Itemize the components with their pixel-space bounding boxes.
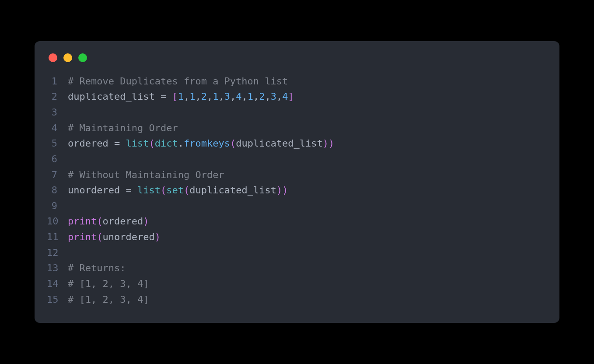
- line-content[interactable]: # Remove Duplicates from a Python list: [68, 74, 288, 89]
- maximize-icon[interactable]: [78, 53, 87, 62]
- code-line[interactable]: 1# Remove Duplicates from a Python list: [47, 74, 547, 89]
- token-bracket: [: [172, 91, 178, 102]
- token-bracket: (: [184, 185, 189, 196]
- line-content[interactable]: print(unordered): [68, 229, 161, 245]
- line-number: 9: [47, 198, 68, 214]
- token-punct: ,: [253, 91, 259, 102]
- token-bracket: ): [143, 216, 149, 227]
- code-line[interactable]: 14# [1, 2, 3, 4]: [47, 276, 547, 292]
- token-punct: ,: [184, 91, 189, 102]
- token-comment: # Without Maintaining Order: [68, 169, 224, 180]
- token-number: 3: [224, 91, 230, 102]
- token-bracket: (: [97, 231, 102, 242]
- token-punct: ,: [218, 91, 224, 102]
- token-bracket: ): [276, 185, 282, 196]
- line-content[interactable]: [68, 151, 73, 167]
- code-line[interactable]: 2duplicated_list = [1,1,2,1,3,4,1,2,3,4]: [47, 89, 547, 105]
- code-line[interactable]: 9: [47, 198, 547, 214]
- code-line[interactable]: 10print(ordered): [47, 214, 547, 229]
- token-bracket: (: [97, 216, 102, 227]
- token-ident: unordered: [102, 231, 154, 242]
- token-ident: unordered: [68, 185, 120, 196]
- line-content[interactable]: # Returns:: [68, 260, 126, 276]
- token-punct: ,: [230, 91, 236, 102]
- token-ident: duplicated_list: [189, 185, 276, 196]
- line-content[interactable]: # [1, 2, 3, 4]: [68, 292, 149, 308]
- token-comment: # [1, 2, 3, 4]: [68, 294, 149, 305]
- window-controls: [49, 53, 547, 62]
- token-punct: .: [178, 138, 184, 149]
- token-number: 2: [259, 91, 265, 102]
- token-bracket: (: [230, 138, 236, 149]
- line-content[interactable]: print(ordered): [68, 214, 149, 229]
- token-op: =: [120, 185, 137, 196]
- line-number: 5: [47, 136, 68, 151]
- line-number: 1: [47, 74, 68, 89]
- minimize-icon[interactable]: [63, 53, 72, 62]
- token-bracket: ): [282, 185, 288, 196]
- token-op: =: [155, 91, 172, 102]
- token-comment: # Maintaining Order: [68, 122, 178, 133]
- code-line[interactable]: 4# Maintaining Order: [47, 120, 547, 136]
- code-line[interactable]: 5ordered = list(dict.fromkeys(duplicated…: [47, 136, 547, 151]
- line-number: 6: [47, 151, 68, 167]
- code-line[interactable]: 3: [47, 105, 547, 120]
- token-bracket: ): [155, 231, 161, 242]
- line-content[interactable]: duplicated_list = [1,1,2,1,3,4,1,2,3,4]: [68, 89, 294, 105]
- token-punct: ,: [207, 91, 213, 102]
- token-number: 1: [213, 91, 218, 102]
- token-bracket: ]: [288, 91, 294, 102]
- token-comment: # [1, 2, 3, 4]: [68, 278, 149, 289]
- token-op: =: [108, 138, 126, 149]
- code-line[interactable]: 8unordered = list(set(duplicated_list)): [47, 182, 547, 198]
- token-builtin: list: [126, 138, 149, 149]
- code-line[interactable]: 13# Returns:: [47, 260, 547, 276]
- token-number: 1: [248, 91, 253, 102]
- line-content[interactable]: ordered = list(dict.fromkeys(duplicated_…: [68, 136, 334, 151]
- token-method: fromkeys: [184, 138, 230, 149]
- token-number: 2: [201, 91, 207, 102]
- token-number: 4: [236, 91, 241, 102]
- line-number: 2: [47, 89, 68, 105]
- code-line[interactable]: 7# Without Maintaining Order: [47, 167, 547, 183]
- line-content[interactable]: # [1, 2, 3, 4]: [68, 276, 149, 292]
- code-line[interactable]: 15# [1, 2, 3, 4]: [47, 292, 547, 308]
- code-line[interactable]: 11print(unordered): [47, 229, 547, 245]
- code-line[interactable]: 6: [47, 151, 547, 167]
- token-number: 1: [189, 91, 195, 102]
- token-punct: ,: [195, 91, 201, 102]
- code-line[interactable]: 12: [47, 245, 547, 261]
- token-print: print: [68, 216, 97, 227]
- line-number: 8: [47, 182, 68, 198]
- close-icon[interactable]: [49, 53, 57, 62]
- line-content[interactable]: # Without Maintaining Order: [68, 167, 224, 183]
- token-ident: ordered: [102, 216, 143, 227]
- line-content[interactable]: [68, 245, 73, 261]
- line-number: 13: [47, 260, 68, 276]
- token-punct: ,: [265, 91, 270, 102]
- token-print: print: [68, 231, 97, 242]
- token-bracket: (: [161, 185, 166, 196]
- token-punct: ,: [276, 91, 282, 102]
- token-comment: # Returns:: [68, 262, 126, 273]
- line-number: 11: [47, 229, 68, 245]
- line-content[interactable]: [68, 198, 73, 214]
- line-number: 7: [47, 167, 68, 183]
- line-number: 10: [47, 214, 68, 229]
- token-builtin: set: [166, 185, 184, 196]
- line-content[interactable]: [68, 105, 73, 120]
- line-content[interactable]: unordered = list(set(duplicated_list)): [68, 182, 288, 198]
- token-number: 1: [178, 91, 184, 102]
- token-punct: ,: [241, 91, 247, 102]
- line-content[interactable]: # Maintaining Order: [68, 120, 178, 136]
- token-bracket: ): [323, 138, 328, 149]
- token-ident: ordered: [68, 138, 108, 149]
- token-bracket: ): [328, 138, 334, 149]
- code-window: 1# Remove Duplicates from a Python list2…: [35, 41, 559, 323]
- token-bracket: (: [149, 138, 154, 149]
- token-number: 4: [282, 91, 288, 102]
- token-comment: # Remove Duplicates from a Python list: [68, 76, 288, 87]
- code-editor[interactable]: 1# Remove Duplicates from a Python list2…: [47, 74, 547, 307]
- line-number: 14: [47, 276, 68, 292]
- line-number: 12: [47, 245, 68, 261]
